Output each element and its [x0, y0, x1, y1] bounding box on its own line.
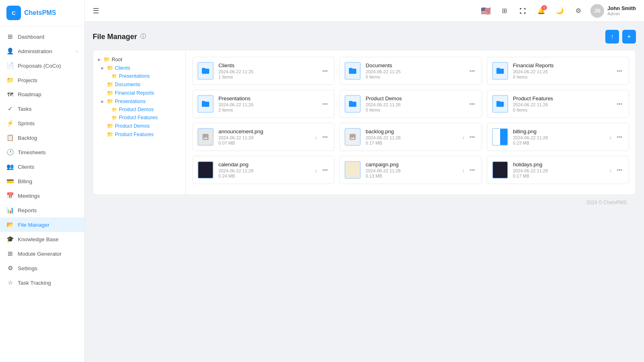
sidebar-item-projects[interactable]: 📁 Projects	[0, 73, 84, 87]
folder-card-financial-reports[interactable]: Financial Reports 2024-06-22 11:25 0 Ite…	[487, 57, 629, 85]
more-options-button[interactable]: •••	[321, 133, 330, 141]
more-options-button[interactable]: •••	[468, 67, 477, 75]
file-card-holidays[interactable]: holidays.png 2024-06-22 11:28 0.17 MB ↓ …	[487, 156, 629, 184]
chart-icon: 📊	[6, 207, 14, 214]
folder-card-clients[interactable]: Clients 2024-06-22 11:25 1 Items •••	[192, 57, 334, 85]
file-name: holidays.png	[513, 161, 603, 168]
sidebar-item-tasks[interactable]: ✓ Tasks	[0, 101, 84, 116]
file-card-billing[interactable]: billing.png 2024-06-22 11:28 0.23 MB ↓ •…	[487, 123, 629, 151]
tree-label: Root	[112, 57, 122, 62]
more-options-button[interactable]: •••	[468, 166, 477, 174]
sidebar-item-administration[interactable]: 👤 Administration ›	[0, 44, 84, 58]
more-options-button[interactable]: •••	[468, 133, 477, 141]
tree-label: Financial Reports	[115, 90, 154, 96]
download-button[interactable]: ↓	[608, 166, 614, 174]
sidebar-item-module-generator[interactable]: ⊞ Module Generator	[0, 246, 84, 261]
file-name: backlog.png	[366, 128, 455, 134]
sidebar-item-meetings[interactable]: 📅 Meetings	[0, 188, 84, 203]
dark-mode-icon[interactable]: 🌙	[553, 4, 566, 17]
folder-info: Product Features 2024-06-22 11:26 0 Item…	[513, 95, 611, 112]
more-options-button[interactable]: •••	[615, 67, 624, 75]
tree-node-product-features-sub[interactable]: 📁 Product Features	[96, 114, 182, 122]
folder-card-presentations[interactable]: Presentations 2024-06-22 11:26 2 Items •…	[192, 90, 334, 118]
sidebar-item-proposals[interactable]: 📄 Proposals (CoCo)	[0, 58, 84, 73]
language-flag: 🇺🇸	[481, 6, 491, 16]
file-size: 0.07 MB	[218, 141, 308, 145]
more-options-button[interactable]: •••	[615, 166, 624, 174]
tree-node-product-features[interactable]: 📁 Product Features	[96, 130, 182, 139]
sidebar-item-reports[interactable]: 📊 Reports	[0, 203, 84, 217]
file-info: billing.png 2024-06-22 11:28 0.23 MB	[513, 128, 603, 145]
more-options-button[interactable]: •••	[321, 100, 330, 108]
sidebar-item-clients[interactable]: 👥 Clients	[0, 159, 84, 174]
file-card-calendar[interactable]: calendar.png 2024-06-22 11:28 0.24 MB ↓ …	[192, 156, 334, 184]
sidebar-item-label: Billing	[18, 178, 32, 184]
folder-name: Product Demos	[366, 95, 463, 101]
tree-node-presentations[interactable]: ▶ 📁 Presentations	[96, 97, 182, 105]
folder-card-product-features[interactable]: Product Features 2024-06-22 11:26 0 Item…	[487, 90, 629, 118]
folder-icon	[492, 95, 508, 113]
tree-node-clients[interactable]: ▶ 📁 Clients	[96, 64, 182, 72]
download-button[interactable]: ↓	[313, 133, 319, 141]
add-folder-button[interactable]: +	[622, 30, 636, 43]
upload-button[interactable]: ↑	[605, 30, 619, 43]
folder-info: Presentations 2024-06-22 11:26 2 Items	[218, 95, 316, 112]
tree-node-root[interactable]: ▶ 📁 Root	[96, 55, 182, 64]
expand-icon: ▶	[101, 66, 105, 70]
more-options-button[interactable]: •••	[468, 100, 477, 108]
sidebar-item-billing[interactable]: 💳 Billing	[0, 174, 84, 188]
folder-meta: 0 Items	[366, 74, 463, 79]
flag-icon[interactable]: 🇺🇸	[479, 4, 492, 17]
main-area: ☰ 🇺🇸 ⊞ 🔔 0 🌙 ⚙ JS John Smith Admin File …	[85, 0, 644, 362]
sidebar-item-settings[interactable]: ⚙ Settings	[0, 261, 84, 275]
tree-node-presentations-sub[interactable]: 📁 Presentations	[96, 72, 182, 80]
folder-name: Product Features	[513, 95, 611, 101]
sidebar-item-label: Module Generator	[18, 251, 62, 257]
tree-node-financial-reports[interactable]: 📁 Financial Reports	[96, 89, 182, 97]
file-thumbnail-announcement	[197, 128, 214, 146]
topbar-settings-icon[interactable]: ⚙	[572, 4, 585, 17]
more-options-button[interactable]: •••	[615, 100, 624, 108]
download-button[interactable]: ↓	[461, 166, 467, 174]
sidebar-item-dashboard[interactable]: ⊞ Dashboard	[0, 29, 84, 44]
folder-icon: 📁	[104, 56, 110, 62]
file-card-announcement[interactable]: announcement.png 2024-06-22 11:28 0.07 M…	[192, 123, 334, 151]
sidebar-item-knowledge-base[interactable]: 🎓 Knowledge Base	[0, 232, 84, 246]
download-button[interactable]: ↓	[608, 133, 614, 141]
folder-card-product-demos[interactable]: Product Demos 2024-06-22 11:26 0 Items •…	[339, 90, 482, 118]
user-profile[interactable]: JS John Smith Admin	[590, 4, 636, 18]
knowledge-icon: 🎓	[6, 236, 14, 243]
sidebar-item-task-tracking[interactable]: ☆ Task Tracking	[0, 275, 84, 290]
folder-icon: 📁	[107, 131, 113, 137]
more-options-button[interactable]: •••	[321, 67, 330, 75]
info-icon[interactable]: ⓘ	[140, 33, 146, 40]
sidebar-item-roadmap[interactable]: 🗺 Roadmap	[0, 87, 84, 101]
folder-card-documents[interactable]: Documents 2024-06-22 11:25 0 Items •••	[339, 57, 482, 85]
sidebar-item-label: Backlog	[18, 135, 37, 141]
more-options-button[interactable]: •••	[321, 166, 330, 174]
fullscreen-icon[interactable]	[516, 4, 529, 17]
file-card-backlog[interactable]: backlog.png 2024-06-22 11:28 0.17 MB ↓ •…	[339, 123, 482, 151]
menu-toggle-icon[interactable]: ☰	[93, 6, 99, 15]
folder-icon: 📁	[107, 65, 113, 71]
sidebar-item-timesheets[interactable]: 🕐 Timesheets	[0, 145, 84, 159]
more-options-button[interactable]: •••	[615, 133, 624, 141]
tree-node-documents[interactable]: 📁 Documents	[96, 80, 182, 89]
tree-node-product-demos-sub[interactable]: 📁 Product Demos	[96, 105, 182, 114]
folder-meta: 1 Items	[218, 74, 316, 79]
logo-text: ChetsPMS	[24, 9, 56, 17]
folder-date: 2024-06-22 11:26	[513, 102, 611, 107]
sidebar-item-file-manager[interactable]: 📂 File Manager	[0, 217, 84, 232]
download-button[interactable]: ↓	[461, 133, 467, 141]
sidebar-logo: C ChetsPMS	[0, 0, 84, 26]
apps-icon[interactable]: ⊞	[498, 4, 511, 17]
sidebar-item-backlog[interactable]: 📋 Backlog	[0, 130, 84, 145]
folder-date: 2024-06-22 11:26	[366, 102, 463, 107]
tree-node-product-demos[interactable]: 📁 Product Demos	[96, 122, 182, 130]
sidebar-item-sprints[interactable]: ⚡ Sprints	[0, 116, 84, 130]
star-icon: ☆	[6, 279, 14, 286]
folder-icon: 📁	[112, 115, 117, 120]
notification-icon[interactable]: 🔔 0	[535, 4, 548, 17]
download-button[interactable]: ↓	[313, 166, 319, 174]
file-card-campaign[interactable]: campaign.png 2024-06-22 11:28 0.13 MB ↓ …	[339, 156, 482, 184]
